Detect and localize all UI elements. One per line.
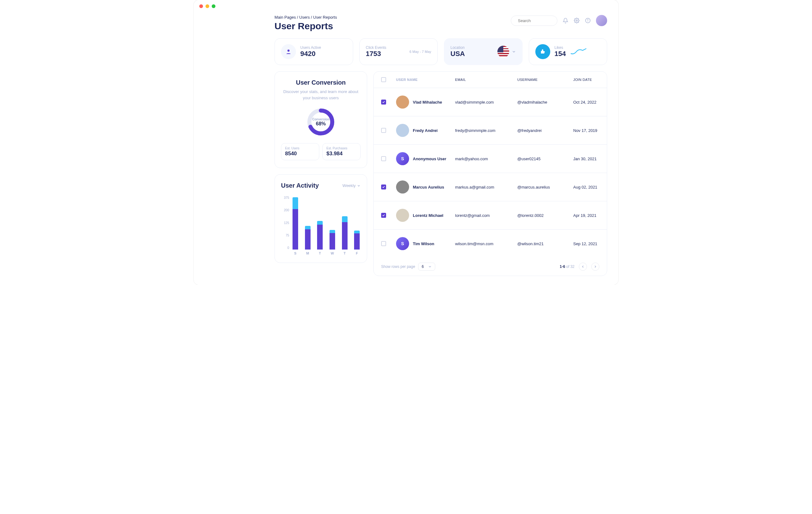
users-table: USER NAME EMAIL USERNAME JOIN DATE Vlad … xyxy=(373,71,607,276)
user-name: Lorentz Michael xyxy=(413,213,443,218)
stat-likes: Likes 154 xyxy=(529,38,607,65)
row-checkbox[interactable] xyxy=(381,213,386,218)
stat-value: 154 xyxy=(555,50,566,58)
est-value: $3.984 xyxy=(326,151,356,157)
user-name: Fredy Andrei xyxy=(413,128,438,133)
bar-W: W xyxy=(328,196,336,255)
prev-page-button[interactable] xyxy=(579,263,587,271)
rows-per-page-label: Show rows per page xyxy=(381,265,415,269)
join-date: Sep 12, 2021 xyxy=(573,241,599,246)
bar-T: T xyxy=(341,196,348,255)
activity-panel: User Activity Weekly 375200125750 SMTWTF xyxy=(274,174,367,263)
row-checkbox[interactable] xyxy=(381,185,386,189)
user-name: Anonymous User xyxy=(413,157,446,161)
user-username: @user02145 xyxy=(517,157,573,161)
est-users-card: Est. Users 8540 xyxy=(281,143,319,160)
stat-label: Click Events xyxy=(366,46,386,50)
svg-point-2 xyxy=(576,20,578,22)
avatar xyxy=(396,124,409,137)
join-date: Oct 24, 2022 xyxy=(573,100,599,105)
avatar: S xyxy=(396,152,409,165)
user-name: Tim Wilson xyxy=(413,241,434,246)
rows-per-page-select[interactable]: 6 xyxy=(418,263,435,271)
user-name: Marcus Aurelius xyxy=(413,185,444,189)
user-username: @marcus.aurelius xyxy=(517,185,573,189)
breadcrumb-users[interactable]: Users xyxy=(299,15,310,20)
chevron-down-icon xyxy=(428,265,432,269)
sparkline-icon xyxy=(570,47,587,56)
user-email: markus.a@gmail.com xyxy=(455,185,517,189)
user-username: @wilson.tim21 xyxy=(517,241,573,246)
panel-title: User Conversion xyxy=(281,79,360,86)
stat-click-events: Click Events 1753 6 May - 7 May xyxy=(359,38,438,65)
stat-users-active: Users Active 9420 xyxy=(274,38,353,65)
user-name: Vlad Mihalache xyxy=(413,100,442,105)
stat-value: 1753 xyxy=(366,50,386,58)
table-row[interactable]: Marcus Aureliusmarkus.a@gmail.com@marcus… xyxy=(374,173,607,201)
breadcrumb-main[interactable]: Main Pages xyxy=(274,15,296,20)
bar-F: F xyxy=(353,196,360,255)
bar-chart: 375200125750 SMTWTF xyxy=(281,196,360,255)
date-range: 6 May - 7 May xyxy=(409,50,431,54)
stat-value: USA xyxy=(451,50,465,58)
row-checkbox[interactable] xyxy=(381,156,386,161)
window-controls xyxy=(194,0,618,12)
panel-title: User Activity xyxy=(281,182,319,189)
table-row[interactable]: SAnonymous Usermark@yahoo.com@user02145J… xyxy=(374,145,607,173)
chevron-down-icon[interactable] xyxy=(512,50,516,54)
avatar xyxy=(396,96,409,109)
svg-point-5 xyxy=(587,19,588,20)
profile-avatar[interactable] xyxy=(596,15,607,26)
est-purchases-card: Est. Purchases $3.984 xyxy=(322,143,360,160)
user-username: @fredyandrei xyxy=(517,128,573,133)
th-username[interactable]: USERNAME xyxy=(517,78,573,82)
avatar xyxy=(396,209,409,222)
table-row[interactable]: Lorentz Michaellorentz@gmail.com@lorentz… xyxy=(374,201,607,229)
select-all-checkbox[interactable] xyxy=(381,77,386,82)
user-icon xyxy=(285,49,292,55)
panel-subtitle: Discover your stats, and learn more abou… xyxy=(281,89,360,101)
bar-S: S xyxy=(292,196,299,255)
join-date: Apr 19, 2021 xyxy=(573,213,599,218)
breadcrumb-current: User Reports xyxy=(313,15,337,20)
svg-point-6 xyxy=(288,50,290,52)
user-email: mark@yahoo.com xyxy=(455,157,517,161)
avatar xyxy=(396,181,409,193)
breadcrumb: Main Pages / Users / User Reports xyxy=(274,15,337,20)
user-username: @lorentz.0002 xyxy=(517,213,573,218)
bell-icon[interactable] xyxy=(562,18,569,24)
period-selector[interactable]: Weekly xyxy=(343,183,360,188)
next-page-button[interactable] xyxy=(591,263,599,271)
join-date: Jan 30, 2021 xyxy=(573,157,599,161)
user-username: @vladmihalache xyxy=(517,100,573,105)
gear-icon[interactable] xyxy=(574,18,580,24)
table-row[interactable]: Fredy Andreifredy@simmmple.com@fredyandr… xyxy=(374,116,607,145)
page-title: User Reports xyxy=(274,21,337,31)
flag-usa-icon xyxy=(497,46,509,58)
donut-value: 68% xyxy=(312,121,329,127)
user-email: wilson.tim@msn.com xyxy=(455,241,517,246)
th-email[interactable]: EMAIL xyxy=(455,78,517,82)
user-email: fredy@simmmple.com xyxy=(455,128,517,133)
stat-location[interactable]: Location USA xyxy=(444,38,523,65)
th-joindate[interactable]: JOIN DATE xyxy=(573,78,599,82)
user-email: vlad@simmmple.com xyxy=(455,100,517,105)
conversion-panel: User Conversion Discover your stats, and… xyxy=(274,71,367,168)
bar-T: T xyxy=(316,196,324,255)
search-field[interactable] xyxy=(511,16,557,26)
stat-label: Likes xyxy=(555,46,566,50)
donut-label: Conversion xyxy=(312,117,329,121)
maximize-window-icon[interactable] xyxy=(212,4,215,8)
row-checkbox[interactable] xyxy=(381,100,386,105)
row-checkbox[interactable] xyxy=(381,128,386,133)
table-row[interactable]: STim Wilsonwilson.tim@msn.com@wilson.tim… xyxy=(374,229,607,258)
thumbs-up-icon xyxy=(540,49,546,54)
minimize-window-icon[interactable] xyxy=(205,4,209,8)
table-row[interactable]: Vlad Mihalachevlad@simmmple.com@vladmiha… xyxy=(374,88,607,116)
row-checkbox[interactable] xyxy=(381,241,386,246)
th-name[interactable]: USER NAME xyxy=(396,78,455,82)
info-icon[interactable] xyxy=(585,18,591,24)
stat-label: Location xyxy=(451,46,465,50)
est-label: Est. Users xyxy=(285,146,315,150)
close-window-icon[interactable] xyxy=(199,4,203,8)
